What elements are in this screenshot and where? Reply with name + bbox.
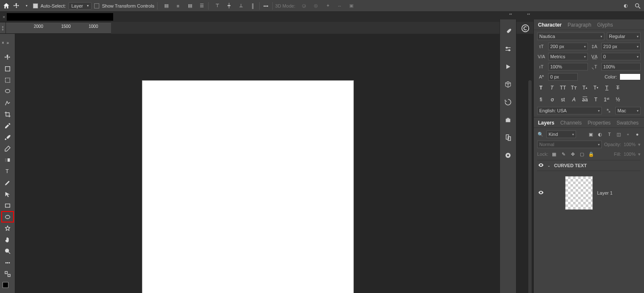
lock-pixels-icon[interactable]: ✎ — [560, 151, 567, 157]
tab-layers[interactable]: Layers — [538, 120, 554, 126]
auto-select-target-dropdown[interactable]: Layer▾ — [68, 2, 92, 10]
align-hcenter-icon[interactable]: ≡ — [174, 2, 182, 10]
close-tools-icon[interactable]: × » — [2, 41, 9, 45]
lasso-tool[interactable] — [1, 86, 14, 97]
type-tool[interactable]: T — [1, 165, 14, 177]
align-bottom-icon[interactable]: ⊥ — [237, 2, 245, 10]
lock-all-icon[interactable]: 🔒 — [588, 151, 595, 157]
filter-pixel-icon[interactable]: ▣ — [587, 131, 594, 138]
chevron-down-icon[interactable]: ⌄ — [547, 163, 551, 168]
faux-italic-icon[interactable]: T — [548, 84, 556, 92]
language-dropdown[interactable]: English: USA▾ — [537, 107, 602, 114]
quick-select-tool[interactable] — [1, 97, 14, 109]
brush-settings-icon[interactable] — [504, 27, 512, 35]
layer-thumbnail[interactable] — [565, 176, 593, 210]
layer-name[interactable]: Layer 1 — [597, 190, 613, 195]
canvas-area[interactable] — [15, 34, 533, 293]
more-tools-icon[interactable]: ••• — [1, 257, 14, 268]
ordinals-icon[interactable]: 1ˢᵗ — [603, 96, 611, 103]
show-transform-checkbox[interactable] — [94, 3, 99, 8]
align-top-icon[interactable]: ⊤ — [214, 2, 221, 10]
filter-shape-icon[interactable]: ◫ — [615, 131, 622, 138]
filter-smart-icon[interactable]: ▫ — [625, 131, 631, 138]
filter-search-icon[interactable]: 🔍 — [537, 131, 544, 138]
contextual-alt-icon[interactable]: ơ — [548, 96, 556, 103]
marquee-tool[interactable] — [1, 74, 14, 86]
stylistic-alt-icon[interactable]: a͞a — [581, 96, 589, 103]
vertical-scrollbar[interactable] — [528, 80, 532, 293]
collapse-panels-right-icon[interactable]: ‹‹ — [527, 13, 530, 16]
move-tool-icon[interactable] — [13, 2, 20, 10]
color-wheel-icon[interactable] — [504, 151, 512, 160]
faux-bold-icon[interactable]: T — [537, 84, 545, 92]
layer-group-row[interactable]: ⌄ CURVED TEXT — [537, 160, 641, 171]
filter-adjust-icon[interactable]: ◐ — [597, 131, 603, 138]
leading-field[interactable]: 210 px▾ — [601, 43, 641, 50]
superscript-icon[interactable]: T▴ — [581, 84, 589, 92]
kerning-dropdown[interactable]: Metrics▾ — [548, 53, 588, 60]
pen-tool[interactable] — [1, 177, 14, 188]
baseline-field[interactable]: 0 px — [548, 73, 578, 81]
align-vcenter-icon[interactable]: ┿ — [226, 2, 233, 10]
font-size-field[interactable]: 200 px▾ — [548, 43, 588, 50]
layer-group-name[interactable]: CURVED TEXT — [554, 163, 587, 168]
zoom-tool[interactable] — [1, 245, 14, 257]
eraser-tool[interactable] — [1, 143, 14, 154]
dropdown-caret-icon[interactable]: ▾ — [23, 2, 30, 10]
tab-character[interactable]: Character — [538, 22, 562, 28]
filter-toggle-icon[interactable]: ● — [634, 131, 641, 138]
align-right-icon[interactable]: ▤ — [186, 2, 194, 10]
history-icon[interactable] — [504, 98, 512, 106]
custom-shape-tool[interactable] — [1, 222, 14, 234]
path-select-tool[interactable] — [1, 188, 14, 200]
layer-row[interactable]: Layer 1 — [537, 174, 641, 212]
swash-icon[interactable]: A — [570, 96, 578, 103]
opacity-value[interactable]: 100% — [624, 142, 636, 147]
filter-type-icon[interactable]: T — [606, 131, 613, 138]
play-icon[interactable] — [504, 62, 512, 71]
tab-paragraph[interactable]: Paragraph — [568, 22, 591, 28]
tracking-field[interactable]: 0▾ — [601, 53, 641, 60]
font-family-dropdown[interactable]: Nautica▾ — [537, 33, 604, 40]
fill-value[interactable]: 100% — [624, 152, 636, 157]
brush-tool[interactable] — [1, 131, 14, 143]
ruler-origin[interactable]: 00 — [0, 22, 6, 34]
tab-glyphs[interactable]: Glyphs — [597, 22, 613, 28]
hand-tool[interactable] — [1, 234, 14, 245]
tab-channels[interactable]: Channels — [560, 120, 582, 126]
more-options-icon[interactable]: ••• — [262, 2, 270, 10]
cloud-docs-icon[interactable]: ◐ — [622, 2, 630, 10]
lock-artboard-icon[interactable]: ▢ — [579, 151, 585, 157]
ellipse-tool[interactable] — [1, 211, 14, 222]
tab-swatches[interactable]: Swatches — [617, 120, 639, 126]
tab-properties[interactable]: Properties — [587, 120, 611, 126]
filter-kind-dropdown[interactable]: Kind▾ — [546, 130, 576, 138]
artboard-tool[interactable] — [1, 63, 14, 74]
collapse-panels-left-icon[interactable]: ‹‹ — [509, 13, 512, 16]
close-tab-icon[interactable]: × — [3, 14, 5, 19]
align-justify-icon[interactable]: ☰ — [198, 2, 206, 10]
eyedropper-tool[interactable] — [1, 120, 14, 131]
align-left-icon[interactable]: ▤ — [163, 2, 170, 10]
distribute-icon[interactable]: ║ — [249, 2, 257, 10]
adjustments-icon[interactable] — [504, 45, 512, 53]
home-icon[interactable] — [3, 2, 10, 10]
lock-position-icon[interactable]: ✥ — [569, 151, 576, 157]
underline-icon[interactable]: T — [603, 84, 611, 92]
search-icon[interactable] — [634, 2, 641, 10]
vscale-field[interactable]: 100% — [548, 63, 588, 71]
strikethrough-icon[interactable]: T — [614, 84, 622, 92]
rectangle-tool[interactable] — [1, 200, 14, 211]
artboard[interactable] — [142, 80, 354, 293]
fractions-icon[interactable]: ½ — [614, 96, 622, 103]
text-color-swatch[interactable] — [620, 73, 641, 80]
auto-select-checkbox[interactable] — [33, 3, 38, 8]
foreground-color-swatch[interactable] — [3, 282, 8, 288]
horizontal-ruler[interactable]: 00 2000 1500 1000 500 0 500 1000 1500 20… — [0, 22, 111, 34]
titling-alt-icon[interactable]: T — [592, 96, 600, 103]
move-tool[interactable] — [1, 52, 14, 63]
lock-transparency-icon[interactable]: ▦ — [551, 151, 557, 157]
hscale-field[interactable]: 100% — [601, 63, 641, 71]
subscript-icon[interactable]: T▾ — [592, 84, 600, 92]
allcaps-icon[interactable]: TT — [559, 84, 567, 92]
